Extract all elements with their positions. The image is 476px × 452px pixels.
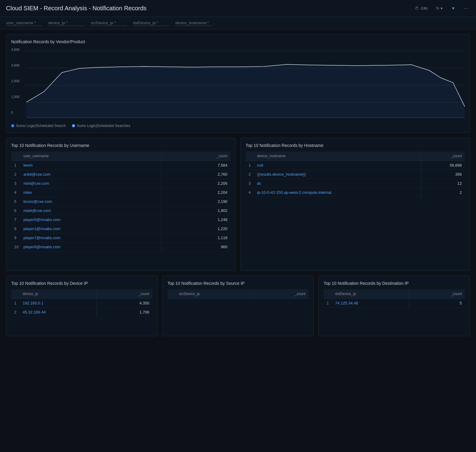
name-cell[interactable]: bruno@cxe.com bbox=[20, 197, 161, 206]
rank-cell: 4 bbox=[11, 188, 20, 197]
name-cell[interactable]: ip-10-0-42-150.ap-west-2.compute.interna… bbox=[254, 188, 421, 197]
refresh-control[interactable]: ↻ ▾ bbox=[434, 5, 445, 12]
name-cell[interactable]: mike bbox=[20, 188, 161, 197]
top10-source-ip-table: srcDevice_ip _count bbox=[168, 289, 309, 299]
count-cell: 2 bbox=[421, 188, 465, 197]
count-cell: 356 bbox=[421, 170, 465, 179]
rank-cell: 3 bbox=[11, 179, 20, 188]
top10-username-header-row: user_username _count bbox=[11, 151, 230, 161]
legend-item-1: Sumo Logic|Scheduled Search bbox=[11, 124, 66, 128]
rank-cell: 2 bbox=[11, 308, 20, 317]
chart-panel: Notification Records by Vendor/Product 4… bbox=[6, 34, 470, 133]
device-ip-input[interactable] bbox=[48, 20, 85, 26]
name-cell[interactable]: rishi@cxe.com bbox=[20, 179, 161, 188]
chart-title: Notification Records by Vendor/Product bbox=[11, 39, 465, 44]
name-cell[interactable]: player1@mxabs.com bbox=[20, 224, 161, 233]
top10-dst-ip-panel: Top 10 Notification Records by Destinati… bbox=[318, 276, 470, 336]
name-cell[interactable]: player7@mxabs.com bbox=[20, 233, 161, 242]
y-axis-labels: 4,000 3,000 2,000 1,000 0 bbox=[11, 48, 20, 114]
count-cell: 12 bbox=[421, 179, 465, 188]
svg-marker-6 bbox=[26, 64, 465, 118]
refresh-icon: ↻ bbox=[436, 6, 439, 11]
filter-bar bbox=[0, 17, 476, 29]
chart-container: 4,000 3,000 2,000 1,000 0 bbox=[11, 48, 465, 121]
table-row: 3 rishi@cxe.com 2,206 bbox=[11, 179, 230, 188]
name-cell[interactable]: player6@mxabs.com bbox=[20, 242, 161, 252]
device-ip-col-header: device_ip bbox=[20, 289, 96, 299]
name-cell[interactable]: kevin bbox=[20, 161, 161, 170]
name-cell[interactable]: player5@mxabs.com bbox=[20, 215, 161, 224]
table-row: 2 ankit@cxe.com 2,760 bbox=[11, 170, 230, 179]
rank-header bbox=[11, 151, 20, 161]
top10-device-ip-header-row: device_ip _count bbox=[11, 289, 152, 299]
count-cell: 2,204 bbox=[161, 188, 230, 197]
top10-hostname-title: Top 10 Notification Records by Hostname bbox=[246, 143, 465, 148]
user-username-input[interactable] bbox=[6, 20, 42, 26]
name-cell[interactable]: 192.160.0.1 bbox=[20, 299, 96, 308]
table-row: 2 {{results.device_hostname}} 356 bbox=[246, 170, 465, 179]
name-cell[interactable]: {{results.device_hostname}} bbox=[254, 170, 421, 179]
name-cell[interactable]: dc bbox=[254, 179, 421, 188]
rank-cell: 10 bbox=[11, 242, 20, 252]
dst-ip-col-header: dstDevice_ip bbox=[332, 289, 409, 299]
svg-text:03:00: 03:00 bbox=[310, 120, 318, 120]
name-cell[interactable]: null bbox=[254, 161, 421, 170]
count-cell: 5 bbox=[409, 299, 465, 308]
rank-header bbox=[246, 151, 254, 161]
legend-label-1: Sumo Logic|Scheduled Search bbox=[16, 124, 66, 128]
refresh-dropdown-icon: ▾ bbox=[441, 6, 443, 11]
chart-svg: 11:00 13:00 15:00 17:00 19:00 21:00 23:0… bbox=[26, 48, 465, 120]
table-row: 1 192.160.0.1 4,350 bbox=[11, 299, 152, 308]
count-cell: 1,118 bbox=[161, 233, 230, 242]
name-cell[interactable]: 45.32.106.44 bbox=[20, 308, 96, 317]
legend-dot-1 bbox=[11, 124, 14, 127]
time-range-label: -24h bbox=[420, 6, 428, 11]
clock-icon: ⏱ bbox=[415, 6, 419, 11]
rank-cell: 2 bbox=[246, 170, 254, 179]
table-row: 4 ip-10-0-42-150.ap-west-2.compute.inter… bbox=[246, 188, 465, 197]
name-cell[interactable]: 74.125.34.46 bbox=[332, 299, 409, 308]
header: Cloud SIEM - Record Analysis - Notificat… bbox=[0, 0, 476, 17]
top10-source-ip-title: Top 10 Notification Records by Source IP bbox=[168, 281, 309, 286]
table-row: 3 dc 12 bbox=[246, 179, 465, 188]
filter-field-dstdevice-ip bbox=[133, 20, 169, 26]
username-col-header: user_username bbox=[20, 151, 161, 161]
table-row: 2 45.32.106.44 1,706 bbox=[11, 308, 152, 317]
count-cell: 2,760 bbox=[161, 170, 230, 179]
device-hostname-input[interactable] bbox=[175, 20, 212, 26]
rank-header bbox=[168, 289, 176, 299]
count-cell: 56,698 bbox=[421, 161, 465, 170]
svg-text:17:00: 17:00 bbox=[129, 120, 137, 120]
table-row: 10 player6@mxabs.com 960 bbox=[11, 242, 230, 252]
top10-device-ip-panel: Top 10 Notification Records by Device IP… bbox=[6, 276, 158, 336]
more-icon: ⋯ bbox=[464, 6, 468, 11]
filter-icon: ▼ bbox=[451, 6, 455, 11]
svg-text:21:00: 21:00 bbox=[200, 120, 208, 120]
header-controls: ⏱ -24h ↻ ▾ ▼ ⋯ bbox=[412, 5, 470, 12]
more-control[interactable]: ⋯ bbox=[461, 5, 470, 12]
count-cell: 7,584 bbox=[161, 161, 230, 170]
rank-header bbox=[11, 289, 20, 299]
count-col-header: _count bbox=[96, 289, 152, 299]
filter-field-device-ip bbox=[48, 20, 85, 26]
svg-text:07:00: 07:00 bbox=[384, 120, 392, 120]
srcdevice-ip-input[interactable] bbox=[91, 20, 127, 26]
dstdevice-ip-input[interactable] bbox=[133, 20, 169, 26]
svg-text:11:00: 11:00 bbox=[26, 120, 30, 120]
y-label-0: 0 bbox=[11, 111, 20, 114]
top10-dst-ip-table: dstDevice_ip _count 1 74.125.34.46 5 bbox=[324, 289, 465, 308]
name-cell[interactable]: mark@cxe.com bbox=[20, 206, 161, 215]
top10-source-ip-header-row: srcDevice_ip _count bbox=[168, 289, 309, 299]
top10-username-table: user_username _count 1 kevin 7,584 2 ank… bbox=[11, 151, 230, 252]
top10-username-title: Top 10 Notification Records by Username bbox=[11, 143, 230, 148]
name-cell[interactable]: ankit@cxe.com bbox=[20, 170, 161, 179]
chart-legend: Sumo Logic|Scheduled Search Sumo Logic|S… bbox=[11, 124, 465, 128]
filter-field-srcdevice-ip bbox=[91, 20, 127, 26]
legend-item-2: Sumo Logic|Scheduled Searches bbox=[72, 124, 130, 128]
filter-field-device-hostname bbox=[175, 20, 212, 26]
time-range-control[interactable]: ⏱ -24h bbox=[412, 5, 430, 12]
count-cell: 1,220 bbox=[161, 224, 230, 233]
table-row: 6 mark@cxe.com 1,902 bbox=[11, 206, 230, 215]
svg-text:13:00: 13:00 bbox=[58, 120, 66, 120]
filter-control[interactable]: ▼ bbox=[449, 5, 458, 12]
